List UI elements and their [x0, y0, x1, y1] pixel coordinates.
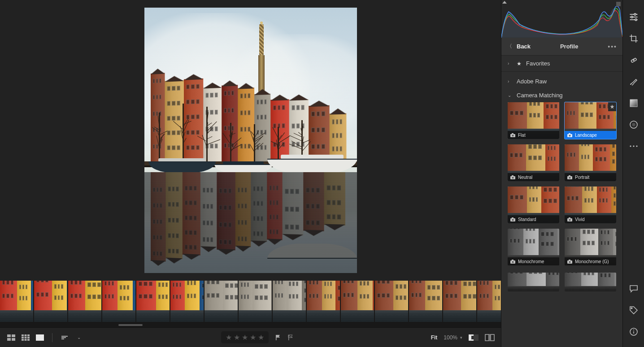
svg-point-53: [635, 19, 637, 21]
svg-rect-43: [512, 260, 513, 261]
fit-button[interactable]: Fit: [431, 334, 438, 341]
svg-rect-34: [569, 175, 570, 177]
filmstrip-viewport[interactable]: [0, 281, 501, 322]
profile-card-flat[interactable]: Flat: [508, 102, 559, 139]
star-4[interactable]: ★: [250, 333, 256, 342]
svg-point-47: [569, 261, 571, 263]
filmstrip-scroll-thumb[interactable]: [118, 324, 143, 326]
profile-card-neutral[interactable]: Neutral: [508, 144, 559, 181]
svg-point-38: [512, 219, 514, 221]
profile-browser[interactable]: › ★ Favorites › Adobe Raw ⌄ Camera Match…: [501, 56, 622, 347]
favorite-toggle[interactable]: [608, 102, 616, 111]
section-label: Favorites: [526, 60, 550, 67]
flag-pick-button[interactable]: [275, 334, 281, 341]
filmstrip-thumb[interactable]: [205, 281, 238, 322]
profile-menu-button[interactable]: •••: [608, 43, 617, 50]
main-row: ⌄ ★ ★ ★ ★ ★: [0, 0, 644, 347]
profile-card-landscape[interactable]: Landscape: [565, 102, 616, 139]
sort-direction-button[interactable]: ⌄: [74, 334, 84, 342]
profile-card-portrait[interactable]: Portrait: [565, 144, 616, 181]
section-adobe-raw[interactable]: › Adobe Raw: [501, 74, 622, 89]
svg-rect-28: [569, 133, 570, 134]
section-label: Camera Matching: [517, 92, 563, 99]
healing-tool[interactable]: [623, 49, 644, 71]
info-button[interactable]: [623, 321, 644, 343]
single-view-button[interactable]: [35, 334, 45, 342]
back-button[interactable]: 〈: [507, 43, 512, 50]
flag-reject-button[interactable]: [287, 334, 294, 341]
app-root: ⌄ ★ ★ ★ ★ ★: [0, 0, 644, 347]
svg-rect-9: [27, 337, 30, 338]
profile-card-vivid[interactable]: Vivid: [565, 187, 616, 223]
compare-button[interactable]: [485, 334, 495, 341]
profile-card-partial[interactable]: [565, 273, 616, 291]
filmstrip-thumb[interactable]: [239, 281, 272, 322]
filmstrip-thumb[interactable]: [0, 281, 33, 322]
filmstrip-thumb[interactable]: [136, 281, 170, 322]
profile-card-partial[interactable]: [508, 273, 559, 291]
histogram[interactable]: [501, 0, 622, 38]
star-rating[interactable]: ★ ★ ★ ★ ★: [221, 331, 269, 343]
radial-gradient-tool[interactable]: [623, 114, 644, 135]
filmstrip-thumb[interactable]: [409, 281, 442, 322]
svg-rect-4: [22, 334, 24, 336]
filmstrip-thumb[interactable]: [443, 281, 476, 322]
svg-point-49: [634, 13, 636, 15]
section-label: Adobe Raw: [517, 78, 547, 85]
svg-rect-1: [12, 334, 15, 337]
star-2[interactable]: ★: [234, 333, 240, 342]
filmstrip-thumb[interactable]: [307, 281, 340, 322]
image-stage[interactable]: [0, 0, 501, 281]
star-5[interactable]: ★: [258, 333, 264, 342]
comments-button[interactable]: [623, 278, 644, 299]
filmstrip-thumb[interactable]: [477, 281, 501, 322]
profile-label: Portrait: [575, 175, 589, 180]
clipping-indicator[interactable]: [616, 2, 621, 6]
brush-tool[interactable]: [623, 71, 644, 92]
star-3[interactable]: ★: [242, 333, 248, 342]
more-tools-button[interactable]: [623, 135, 644, 157]
profile-card-monochrome[interactable]: Monochrome: [508, 229, 559, 265]
view-original-button[interactable]: [469, 334, 479, 341]
filmstrip-thumb[interactable]: [102, 281, 135, 322]
zoom-group: Fit 100% ▾: [431, 334, 495, 341]
svg-rect-3: [12, 338, 15, 341]
profile-card-monochrome-g-[interactable]: Monochrome (G): [565, 229, 616, 265]
stage-column: ⌄ ★ ★ ★ ★ ★: [0, 0, 501, 347]
camera-icon: [567, 260, 572, 264]
profile-label: Flat: [518, 133, 526, 138]
profile-card-standard[interactable]: Standard: [508, 187, 559, 223]
svg-rect-46: [569, 260, 570, 261]
linear-gradient-tool[interactable]: [623, 92, 644, 114]
bottom-bar: ⌄ ★ ★ ★ ★ ★: [0, 327, 501, 347]
svg-rect-13: [36, 334, 44, 341]
filmstrip-thumb[interactable]: [375, 281, 408, 322]
svg-rect-8: [25, 337, 27, 338]
grid-large-button[interactable]: [6, 334, 16, 342]
svg-point-35: [569, 177, 571, 178]
sort-button[interactable]: [60, 334, 70, 342]
svg-marker-26: [610, 104, 614, 109]
section-camera-matching[interactable]: ⌄ Camera Matching: [501, 89, 622, 102]
zoom-button[interactable]: 100% ▾: [444, 334, 462, 341]
crop-tool[interactable]: [623, 28, 644, 49]
section-favorites[interactable]: › ★ Favorites: [501, 56, 622, 71]
camera-icon: [510, 175, 515, 179]
svg-point-51: [631, 16, 633, 18]
star-1[interactable]: ★: [226, 333, 232, 342]
camera-icon: [510, 217, 515, 221]
svg-rect-12: [27, 339, 30, 341]
filmstrip-thumb[interactable]: [273, 281, 306, 322]
svg-rect-2: [7, 338, 11, 341]
back-label[interactable]: Back: [517, 43, 531, 50]
camera-icon: [567, 133, 572, 137]
keywords-button[interactable]: [623, 299, 644, 321]
filmstrip-thumb[interactable]: [34, 281, 67, 322]
filmstrip-thumb[interactable]: [341, 281, 374, 322]
grid-small-button[interactable]: [21, 334, 30, 342]
svg-point-29: [569, 134, 571, 136]
filmstrip-scrollbar[interactable]: [0, 323, 501, 327]
filmstrip-thumb[interactable]: [170, 281, 204, 322]
edit-tool[interactable]: [623, 6, 644, 28]
filmstrip-thumb[interactable]: [68, 281, 101, 322]
